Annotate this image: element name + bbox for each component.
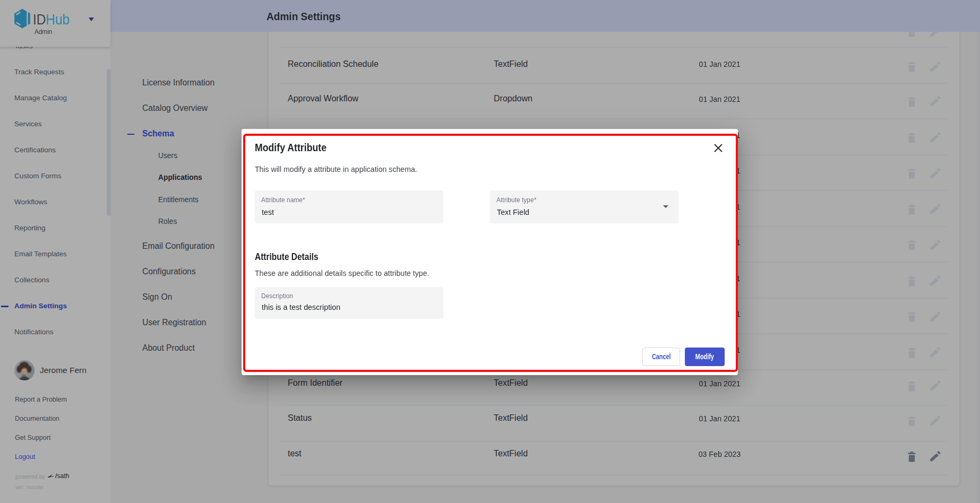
svg-text:sath: sath <box>57 472 70 480</box>
